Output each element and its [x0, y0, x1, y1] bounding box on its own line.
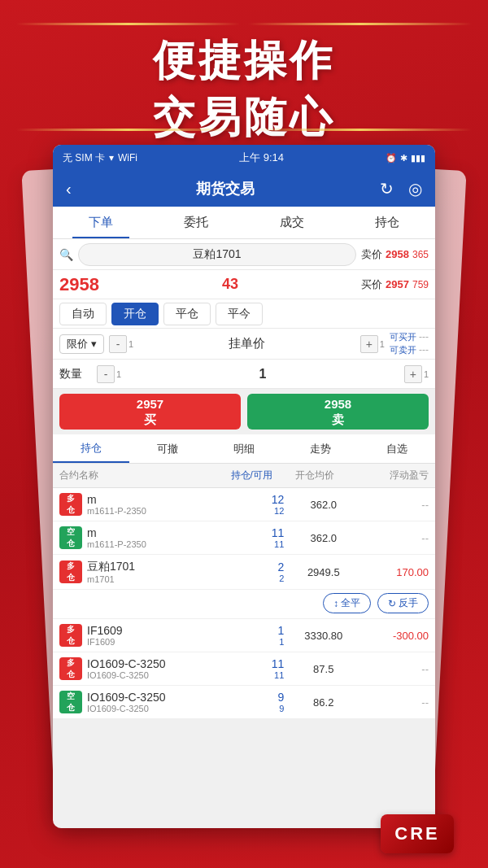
row-avg-1: 362.0 [284, 499, 363, 511]
row-hold-col-3: 2 2 [219, 560, 285, 583]
qty-row: 数量 - 1 1 + 1 [53, 360, 435, 389]
tab-position[interactable]: 持仓 [340, 207, 436, 238]
flat-today-button[interactable]: 平今 [216, 303, 263, 325]
row-sub-1: m1611-P-2350 [87, 506, 219, 516]
row-hold-5: 11 [219, 657, 285, 670]
price-stepper-right: + 1 [360, 335, 385, 353]
row-hold-3: 2 [219, 560, 285, 574]
row-sub-4: IF1609 [87, 637, 219, 647]
row-icon-4: 多 仓 [59, 624, 82, 647]
refresh-button[interactable]: ↻ [377, 176, 397, 202]
back-button[interactable]: ‹ [63, 177, 75, 202]
bottom-tab-bar: 持仓 可撤 明细 走势 自选 [53, 434, 435, 464]
table-row: 空 仓 m m1611-P-2350 11 11 362.0 -- [53, 521, 435, 555]
status-time: 上午 9:14 [239, 150, 284, 165]
row-sub-2: m1611-P-2350 [87, 539, 219, 549]
sell-price-display: 2958 [325, 396, 351, 412]
row-hold-sub-6: 9 [219, 704, 285, 713]
search-icon: 🔍 [59, 248, 73, 261]
can-sell-label: 可卖开 --- [390, 344, 429, 357]
status-right: ⏰ ✱ ▮▮▮ [386, 153, 425, 164]
qty-minus-btn[interactable]: - [97, 365, 115, 383]
price-row: 2958 43 买价 2957 759 [53, 270, 435, 299]
wifi-text: WiFi [118, 152, 137, 164]
row-hold-1: 12 [219, 493, 285, 506]
row-name-1: m [87, 493, 219, 506]
table-header: 合约名称 持仓/可用 开仓均价 浮动盈亏 [53, 464, 435, 488]
tab-deal[interactable]: 成交 [244, 207, 340, 238]
flat-all-button[interactable]: ↕ 全平 [323, 593, 371, 613]
tab-entrust[interactable]: 委托 [149, 207, 245, 238]
sell-button[interactable]: 2958 卖 [247, 394, 429, 430]
bottom-tab-detail[interactable]: 明细 [206, 434, 282, 463]
reverse-label: 反手 [399, 596, 418, 610]
big-price: 2958 [59, 274, 99, 295]
phone-screen: 无 SIM 卡 ▾ WiFi 上午 9:14 ⏰ ✱ ▮▮▮ ‹ 期货交易 ↻ … [53, 145, 435, 828]
qty-label: 数量 [59, 367, 92, 382]
buy-change: 759 [412, 279, 429, 290]
close-button[interactable]: 平仓 [163, 303, 211, 325]
sell-price: 2958 [386, 248, 409, 260]
buy-price: 2957 [386, 278, 409, 290]
row-hold-2: 11 [219, 526, 285, 539]
row-avg-3: 2949.5 [284, 566, 363, 578]
table-row: 多 仓 豆粕1701 m1701 2 2 2949.5 170.00 [53, 555, 435, 590]
bottom-tab-trend[interactable]: 走势 [282, 434, 359, 463]
price-minus-btn[interactable]: - [109, 335, 127, 353]
row-hold-col-4: 1 1 [219, 624, 285, 647]
tab-order[interactable]: 下单 [53, 207, 149, 238]
search-row: 🔍 卖价 2958 365 [53, 239, 435, 270]
action-row: 自动 开仓 平仓 平今 [53, 299, 435, 329]
bottom-tab-hold[interactable]: 持仓 [53, 434, 129, 463]
buy-price-section: 买价 2957 759 [361, 277, 429, 292]
bottom-tab-cancel[interactable]: 可撤 [129, 434, 206, 463]
alarm-icon: ⏰ [386, 153, 397, 164]
reverse-button[interactable]: ↻ 反手 [377, 593, 429, 613]
open-button[interactable]: 开仓 [111, 303, 159, 325]
table-row: 多 仓 m m1611-P-2350 12 12 362.0 -- [53, 488, 435, 521]
row-icon-6: 空 仓 [59, 691, 82, 713]
row-icon-5: 多 仓 [59, 657, 82, 680]
table-action-row: ↕ 全平 ↻ 反手 [53, 590, 435, 619]
row-name-3: 豆粕1701 [87, 560, 219, 574]
qty-step-label1: 1 [116, 369, 121, 379]
deco-lines-mid [16, 129, 472, 131]
status-left: 无 SIM 卡 ▾ WiFi [63, 151, 137, 165]
th-name: 合约名称 [59, 469, 202, 482]
nav-right: ↻ ◎ [377, 176, 425, 202]
row-sub-5: IO1609-C-3250 [87, 670, 219, 680]
profile-button[interactable]: ◎ [405, 176, 425, 202]
row-avg-6: 86.2 [284, 696, 363, 709]
auto-button[interactable]: 自动 [59, 303, 107, 325]
qty-plus-btn[interactable]: + [404, 365, 422, 383]
row-hold-sub-1: 12 [219, 506, 285, 516]
change-num: 43 [222, 276, 238, 293]
buy-label-display: 买 [144, 412, 156, 428]
table-row: 多 仓 IO1609-C-3250 IO1609-C-3250 11 11 87… [53, 652, 435, 686]
price-plus-btn[interactable]: + [360, 335, 378, 353]
search-input[interactable] [78, 243, 356, 266]
deco-line-right [248, 23, 472, 25]
buy-button[interactable]: 2957 买 [59, 394, 241, 430]
price-step-label1: 1 [129, 339, 133, 349]
order-type-box[interactable]: 限价 ▾ [59, 334, 104, 354]
row-icon-3: 多 仓 [59, 560, 82, 583]
row-name-col-5: IO1609-C-3250 IO1609-C-3250 [87, 657, 219, 680]
row-pnl-6: -- [363, 696, 429, 709]
row-hold-col-5: 11 11 [219, 657, 285, 680]
row-hold-sub-2: 11 [219, 539, 285, 549]
row-avg-2: 362.0 [284, 532, 363, 544]
sell-change: 365 [412, 249, 429, 260]
status-bar: 无 SIM 卡 ▾ WiFi 上午 9:14 ⏰ ✱ ▮▮▮ [53, 145, 435, 171]
buy-label: 买价 [361, 277, 382, 292]
flat-all-icon: ↕ [333, 598, 338, 609]
price-stepper-left: - 1 [109, 335, 133, 353]
nav-title: 期货交易 [196, 179, 255, 198]
order-type-label: 限价 [67, 337, 88, 351]
hero-line2: 交易随心 [0, 89, 488, 146]
row-avg-4: 3330.80 [284, 630, 363, 642]
nav-bar: ‹ 期货交易 ↻ ◎ [53, 171, 435, 207]
bottom-tab-favorite[interactable]: 自选 [359, 434, 435, 463]
row-name-col-4: IF1609 IF1609 [87, 624, 219, 647]
row-hold-6: 9 [219, 691, 285, 704]
